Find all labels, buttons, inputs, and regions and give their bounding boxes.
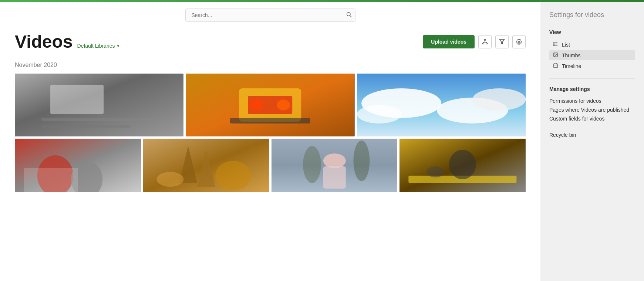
sidebar-title: Settings for videos xyxy=(549,11,635,19)
upload-videos-button[interactable]: Upload videos xyxy=(423,35,475,48)
title-row: Videos Default Libraries ▼ Upload videos xyxy=(15,33,526,51)
manage-section-label: Manage settings xyxy=(549,86,635,92)
search-input[interactable] xyxy=(185,9,355,22)
svg-rect-49 xyxy=(554,45,554,46)
manage-settings-section: Manage settings Permissions for videos P… xyxy=(549,86,635,123)
month-label: November 2020 xyxy=(15,62,526,68)
svg-point-36 xyxy=(323,153,345,168)
top-bar xyxy=(0,0,644,2)
libraries-label: Default Libraries xyxy=(77,43,115,49)
svg-rect-14 xyxy=(41,125,130,128)
filter-icon xyxy=(499,39,505,45)
video-thumbnail-2[interactable] xyxy=(186,74,354,136)
sidebar-item-thumbs[interactable]: Thumbs xyxy=(549,50,635,60)
video-thumbnail-1[interactable] xyxy=(15,74,183,136)
svg-point-38 xyxy=(303,146,321,183)
page-content: Videos Default Libraries ▼ Upload videos xyxy=(0,26,540,200)
svg-point-51 xyxy=(554,54,555,54)
thumbs-label: Thumbs xyxy=(562,53,581,58)
svg-rect-12 xyxy=(50,85,104,114)
svg-rect-47 xyxy=(554,43,554,43)
svg-point-25 xyxy=(357,105,401,123)
sidebar-divider xyxy=(549,78,635,79)
svg-point-34 xyxy=(156,172,183,187)
timeline-label: Timeline xyxy=(562,63,581,69)
search-wrapper xyxy=(185,9,355,22)
main-area: Videos Default Libraries ▼ Upload videos xyxy=(0,0,540,281)
svg-point-24 xyxy=(472,88,526,111)
video-grid-row2 xyxy=(15,139,526,192)
libraries-dropdown[interactable]: Default Libraries ▼ xyxy=(77,43,120,49)
title-actions: Upload videos xyxy=(423,35,526,48)
calendar-icon xyxy=(552,63,559,69)
recycle-bin-link[interactable]: Recycle bin xyxy=(549,131,635,139)
video-thumbnail-5[interactable] xyxy=(143,139,269,192)
title-left: Videos Default Libraries ▼ xyxy=(15,33,120,51)
hierarchy-button[interactable] xyxy=(478,35,492,48)
svg-point-33 xyxy=(215,161,251,190)
pages-link[interactable]: Pages where Videos are published xyxy=(549,105,635,114)
video-thumbnail-7[interactable] xyxy=(399,139,526,192)
video-thumbnail-3[interactable] xyxy=(357,74,526,136)
gear-icon xyxy=(516,39,522,45)
search-button[interactable] xyxy=(346,11,352,19)
filter-button[interactable] xyxy=(495,35,509,48)
svg-rect-52 xyxy=(554,64,558,68)
svg-point-18 xyxy=(250,99,263,111)
svg-rect-37 xyxy=(323,166,345,189)
permissions-link[interactable]: Permissions for videos xyxy=(549,97,635,105)
sidebar-item-timeline[interactable]: Timeline xyxy=(549,61,635,71)
svg-point-39 xyxy=(353,140,370,181)
svg-rect-29 xyxy=(24,168,78,192)
list-icon xyxy=(552,41,559,48)
video-thumbnail-6[interactable] xyxy=(272,139,398,192)
dropdown-arrow-icon: ▼ xyxy=(116,44,120,48)
list-label: List xyxy=(562,42,570,48)
sidebar: Settings for videos View List Thumbs xyxy=(540,0,644,281)
svg-point-43 xyxy=(426,166,445,177)
svg-line-1 xyxy=(350,16,351,17)
video-grid-row1 xyxy=(15,74,526,136)
image-icon xyxy=(552,52,559,58)
svg-point-10 xyxy=(518,41,520,43)
svg-marker-9 xyxy=(499,40,504,44)
svg-rect-48 xyxy=(554,44,554,44)
hierarchy-icon xyxy=(482,39,488,45)
video-thumbnail-4[interactable] xyxy=(15,139,141,192)
custom-fields-link[interactable]: Custom fields for videos xyxy=(549,114,635,123)
search-area xyxy=(0,2,540,26)
svg-point-19 xyxy=(277,99,290,111)
svg-rect-13 xyxy=(41,118,157,121)
svg-rect-20 xyxy=(230,118,310,123)
search-icon xyxy=(346,11,352,17)
page-title: Videos xyxy=(15,33,73,51)
settings-button[interactable] xyxy=(512,35,526,48)
svg-point-42 xyxy=(449,150,476,179)
sidebar-item-list[interactable]: List xyxy=(549,40,635,50)
view-section-label: View xyxy=(549,29,635,35)
